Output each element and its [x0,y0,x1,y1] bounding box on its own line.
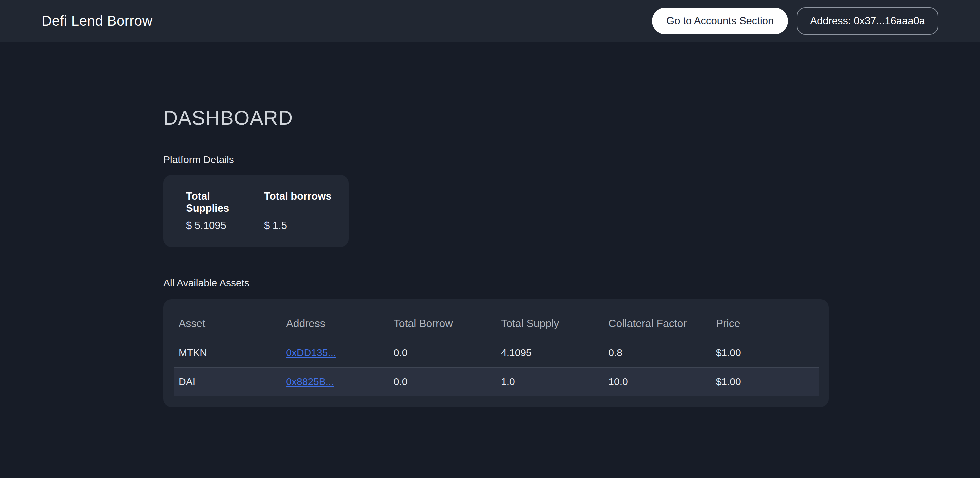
total-supply-cell: 4.1095 [496,338,604,367]
total-borrows-stat: Total borrows $ 1.5 [256,190,348,232]
column-header-total-borrow: Total Borrow [389,309,496,338]
navbar: Defi Lend Borrow Go to Accounts Section … [0,0,980,42]
table-row-mtkn: MTKN 0xDD135... 0.0 4.1095 0.8 $1.00 [174,338,819,367]
asset-address-link[interactable]: 0x8825B... [286,376,334,387]
total-supplies-value: $ 5.1095 [186,220,256,232]
assets-table-header-row: Asset Address Total Borrow Total Supply … [174,309,819,338]
assets-table: Asset Address Total Borrow Total Supply … [174,309,819,396]
total-borrows-value: $ 1.5 [264,220,348,232]
platform-details-label: Platform Details [163,154,980,166]
main-content: DASHBOARD Platform Details Total Supplie… [0,106,980,407]
assets-table-card: Asset Address Total Borrow Total Supply … [163,300,829,407]
wallet-address-button[interactable]: Address: 0x37...16aaa0a [797,7,938,35]
total-borrow-cell: 0.0 [389,338,496,367]
price-cell: $1.00 [711,367,819,396]
asset-cell: DAI [174,367,282,396]
go-to-accounts-button[interactable]: Go to Accounts Section [652,8,788,34]
column-header-total-supply: Total Supply [496,309,604,338]
total-supply-cell: 1.0 [496,367,604,396]
collateral-factor-cell: 10.0 [604,367,711,396]
total-borrows-label: Total borrows [264,190,348,202]
column-header-price: Price [711,309,819,338]
asset-cell: MTKN [174,338,282,367]
collateral-factor-cell: 0.8 [604,338,711,367]
price-cell: $1.00 [711,338,819,367]
total-supplies-label: Total Supplies [186,190,256,214]
total-borrow-cell: 0.0 [389,367,496,396]
column-header-collateral-factor: Collateral Factor [604,309,711,338]
total-supplies-stat: Total Supplies $ 5.1095 [163,190,256,232]
all-available-assets-label: All Available Assets [163,277,980,289]
column-header-address: Address [282,309,389,338]
navbar-actions: Go to Accounts Section Address: 0x37...1… [652,7,938,35]
table-row-dai: DAI 0x8825B... 0.0 1.0 10.0 $1.00 [174,367,819,396]
app-title: Defi Lend Borrow [42,13,153,29]
column-header-asset: Asset [174,309,282,338]
page-title: DASHBOARD [163,106,980,130]
asset-address-link[interactable]: 0xDD135... [286,347,336,358]
platform-details-card: Total Supplies $ 5.1095 Total borrows $ … [163,175,348,247]
